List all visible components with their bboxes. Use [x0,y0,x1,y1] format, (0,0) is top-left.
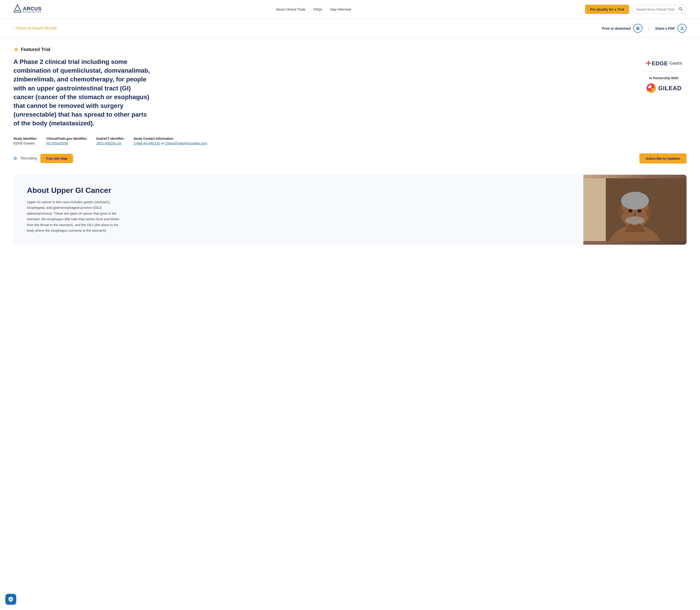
featured-badge: ★ Featured Trial [14,46,686,53]
svg-point-18 [634,227,636,229]
chevron-left-icon: ‹ [14,26,15,30]
contact-block: Study Contact Information: 1-888-44-ARCU… [133,137,207,145]
about-clinical-trials-link[interactable]: About Clinical Trials [276,7,306,11]
edge-text: EDGE [652,60,668,67]
svg-point-16 [633,213,637,216]
breadcrumb-bar: ‹ Return to Search Results Print or down… [0,19,700,38]
edge-cross-icon: ✛ [646,60,651,67]
svg-rect-3 [637,29,639,29]
print-label: Print or download [602,27,631,30]
share-group: Share a PDF [655,24,686,33]
about-section: About Upper GI Cancer Upper GI cancer in… [14,175,686,245]
subscribe-button[interactable]: Subscribe to Updates [639,154,686,163]
faqs-link[interactable]: FAQs [314,7,322,11]
trial-title: A Phase 2 clinical trial including some … [14,58,153,128]
gilead-icon [647,83,656,93]
ct-gov-block: ClinicalTrials.gov Identifier: NCT053297… [46,137,88,145]
divider [649,24,649,32]
star-icon: ★ [14,46,19,53]
search-input[interactable] [637,7,677,11]
edge-logo: ✛ EDGE -Gastric [646,60,683,67]
featured-label: Featured Trial [21,47,50,52]
search-bar[interactable] [633,5,686,14]
status-row: Recruiting Trial Site Map Subscribe to U… [14,154,686,163]
status-text: Recruiting [21,156,37,160]
edge-suffix: -Gastric [668,61,683,66]
svg-point-14 [629,209,633,213]
svg-line-1 [681,10,682,11]
recruiting-dot [14,157,17,160]
svg-point-15 [637,209,641,213]
trial-row: A Phase 2 clinical trial including some … [14,58,686,128]
logo-separator [642,71,686,72]
about-text: About Upper GI Cancer Upper GI cancer in… [14,175,583,245]
return-label: Return to Search Results [16,26,57,30]
trial-map-button[interactable]: Trial Site Map [41,154,73,163]
print-button[interactable] [633,24,642,33]
study-info-row: Study Identifier: EDGE-Gastric ClinicalT… [14,137,686,145]
main-content: ★ Featured Trial A Phase 2 clinical tria… [0,38,700,256]
svg-point-13 [646,209,652,216]
logo-icon [14,4,21,15]
contact-info: 1-888-44-ARCUS or ClinicalTrials@arcusbi… [133,141,207,145]
svg-point-17 [625,216,645,224]
partnership-label: In Partnership With: [649,76,679,80]
trial-logos: ✛ EDGE -Gastric In Partnership With: [642,58,686,93]
logo-text: ARCUS [23,6,42,12]
study-id-block: Study Identifier: EDGE-Gastric [14,137,37,145]
contact-or: or [161,141,165,145]
eudract-link[interactable]: 2021-006291-16 [96,141,121,145]
contact-email-link[interactable]: ClinicalTrials@arcusbio.com [165,141,207,145]
contact-phone-link[interactable]: 1-888-44-ARCUS [133,141,160,145]
eudract-label: EudraCT Identifier: [96,137,125,140]
stay-informed-link[interactable]: Stay Informed [330,7,351,11]
nav-right: Pre-Qualify for a Trial [585,5,686,14]
share-label: Share a PDF [655,27,675,30]
about-image [583,175,686,245]
ct-gov-link[interactable]: NCT05329766 [46,141,68,145]
svg-point-11 [621,192,649,210]
return-to-search-link[interactable]: ‹ Return to Search Results [14,26,57,30]
nav-links: About Clinical Trials FAQs Stay Informed [276,7,351,12]
gilead-text: GILEAD [658,85,682,92]
prequalify-button[interactable]: Pre-Qualify for a Trial [585,5,629,14]
about-title: About Upper GI Cancer [27,186,572,195]
about-description: Upper GI cancer in this case includes ga… [27,199,123,234]
status-left: Recruiting Trial Site Map [14,154,73,163]
logo[interactable]: ARCUS BIOSCIENCES [14,4,42,15]
ct-gov-label: ClinicalTrials.gov Identifier: [46,137,88,140]
logo-sub: BIOSCIENCES [23,11,42,13]
svg-point-12 [618,209,624,216]
person-image-svg [583,178,686,241]
navbar: ARCUS BIOSCIENCES About Clinical Trials … [0,0,700,19]
study-id-value: EDGE-Gastric [14,141,37,145]
study-id-label: Study Identifier: [14,137,37,140]
share-button[interactable] [678,24,686,33]
print-group: Print or download [602,24,642,33]
search-icon [679,7,683,12]
breadcrumb-actions: Print or download Share a PDF [602,24,686,33]
gilead-logo: GILEAD [647,83,682,93]
contact-label: Study Contact Information: [133,137,207,140]
eudract-block: EudraCT Identifier: 2021-006291-16 [96,137,125,145]
